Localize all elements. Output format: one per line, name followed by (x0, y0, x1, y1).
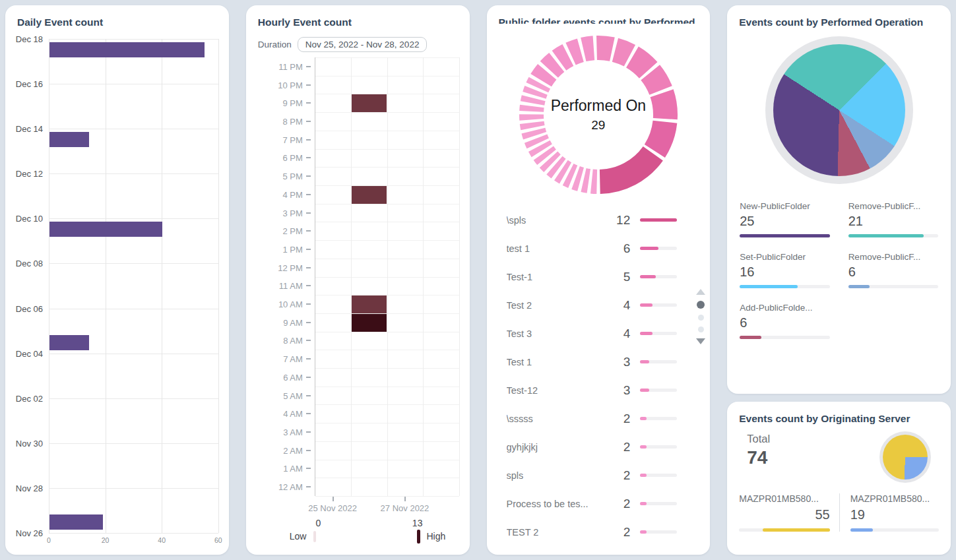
heatmap-cell[interactable] (352, 94, 386, 112)
list-item[interactable]: Test-123 (497, 376, 700, 404)
gradient-min-handle[interactable] (313, 531, 316, 542)
pager-up-icon[interactable] (696, 289, 705, 295)
legend-value: 6 (740, 315, 829, 330)
legend-label: New-PublicFolder (740, 201, 829, 211)
panel-title: Daily Event count (17, 16, 218, 28)
item-bar-fill (640, 218, 677, 222)
y-tick-label: Dec 04 (16, 348, 43, 358)
y-tick-label: Dec 18 (16, 34, 43, 44)
list-item[interactable]: gyhjkjkj2 (497, 433, 700, 461)
legend-item[interactable]: New-PublicFolder25 (740, 201, 829, 237)
gridline (387, 57, 388, 496)
daily-y-axis: Dec 18Dec 16Dec 14Dec 12Dec 10Dec 08Dec … (16, 39, 49, 533)
legend-item[interactable]: Set-PublicFolder16 (740, 252, 829, 288)
legend-bar-track (848, 234, 938, 237)
legend-item[interactable]: Remove-PublicF...21 (848, 201, 938, 237)
list-item[interactable]: \sssss2 (497, 404, 700, 433)
gridline (162, 39, 162, 533)
operation-pie-chart[interactable] (773, 44, 905, 176)
legend-bar-track (740, 336, 829, 339)
server-legend: MAZPR01MB580...55MAZPR01MB580...19 (738, 493, 940, 532)
pager-down-icon[interactable] (696, 338, 705, 344)
item-bar-fill (640, 417, 646, 420)
gradient-max-handle[interactable] (417, 530, 420, 544)
y-tick-label: 1 PM (282, 244, 302, 254)
list-item[interactable]: \spls12 (497, 206, 700, 234)
y-tick-mark (306, 230, 311, 232)
x-tick-label: 60 (214, 536, 222, 544)
gridline (49, 354, 218, 354)
y-tick-label: Dec 14 (16, 124, 43, 134)
item-bar-track (640, 275, 677, 278)
daily-bar[interactable] (49, 132, 89, 147)
duration-label: Duration (258, 40, 292, 49)
item-value: 5 (623, 270, 631, 284)
y-tick-label: 9 AM (283, 317, 303, 327)
list-item[interactable]: Test 13 (497, 348, 700, 376)
list-item[interactable]: Test 24 (497, 291, 700, 319)
item-bar-track (640, 218, 677, 222)
server-pie-chart[interactable] (883, 435, 928, 480)
item-bar-track (640, 474, 677, 477)
y-tick-label: Dec 12 (16, 169, 43, 179)
item-name: test 1 (507, 243, 623, 254)
legend-value: 19 (850, 507, 939, 522)
y-tick-mark (306, 431, 311, 433)
gridline (49, 263, 218, 264)
dashboard: Daily Event count Dec 18Dec 16Dec 14Dec … (0, 0, 956, 560)
legend-bar-fill (740, 285, 797, 288)
legend-value: 55 (739, 507, 829, 522)
y-tick-label: 12 AM (278, 482, 303, 492)
server-legend-item[interactable]: MAZPR01MB580...55 (738, 493, 839, 532)
legend-gradient-bar[interactable]: 0 13 (314, 532, 418, 542)
pager-dot-active[interactable] (697, 301, 705, 309)
y-tick-label: 5 PM (282, 171, 302, 181)
legend-label: Add-PublicFolde... (740, 303, 829, 313)
pager-dot[interactable] (698, 327, 704, 332)
daily-bar[interactable] (49, 514, 103, 530)
panel-title: Events count by Originating Server (739, 413, 940, 425)
gridline (423, 57, 424, 496)
y-tick-mark (306, 303, 311, 305)
heatmap-cell[interactable] (352, 186, 386, 204)
legend-bar-track (740, 285, 829, 288)
item-value: 2 (623, 497, 631, 511)
hourly-plot-area (315, 57, 459, 496)
x-tick-label: 20 (102, 536, 110, 544)
heatmap-cell[interactable] (352, 296, 386, 313)
daily-bar[interactable] (49, 42, 205, 57)
x-tick-label: 27 Nov 2022 (381, 503, 430, 513)
x-tick-label: 25 Nov 2022 (308, 503, 357, 513)
item-name: \spls (507, 215, 617, 226)
list-item[interactable]: Test 34 (497, 319, 700, 348)
list-item[interactable]: Process to be tes...2 (497, 489, 700, 518)
item-bar-track (640, 530, 677, 534)
item-name: Test-1 (507, 272, 623, 282)
legend-item[interactable]: Add-PublicFolde...6 (740, 303, 829, 339)
list-item[interactable]: TEST 22 (497, 518, 700, 546)
heatmap-cell[interactable] (352, 314, 386, 332)
y-tick-label: 11 PM (278, 61, 303, 71)
gridline (106, 39, 106, 533)
gridline (49, 129, 218, 129)
y-tick-mark (306, 285, 311, 286)
list-item[interactable]: Test-15 (497, 263, 700, 291)
list-item[interactable]: test 16 (497, 234, 700, 263)
legend-value: 16 (740, 264, 829, 280)
item-value: 4 (623, 327, 631, 341)
duration-range-picker[interactable]: Nov 25, 2022 - Nov 28, 2022 (298, 37, 428, 52)
y-tick-label: 3 PM (282, 208, 302, 218)
y-tick-label: 11 AM (279, 281, 303, 291)
gridline (49, 39, 218, 40)
y-tick-label: 8 PM (282, 116, 302, 126)
list-item[interactable]: spls2 (497, 461, 700, 489)
server-legend-item[interactable]: MAZPR01MB580...19 (839, 493, 940, 532)
pager-dot[interactable] (698, 315, 704, 321)
daily-bar-chart: Dec 18Dec 16Dec 14Dec 12Dec 10Dec 08Dec … (16, 39, 218, 546)
legend-item[interactable]: Remove-PublicF...6 (848, 252, 938, 288)
item-value: 2 (623, 525, 631, 540)
daily-bar[interactable] (49, 335, 89, 350)
daily-bar[interactable] (49, 222, 162, 237)
item-name: Process to be tes... (507, 499, 623, 509)
y-tick-label: 5 AM (283, 390, 303, 400)
